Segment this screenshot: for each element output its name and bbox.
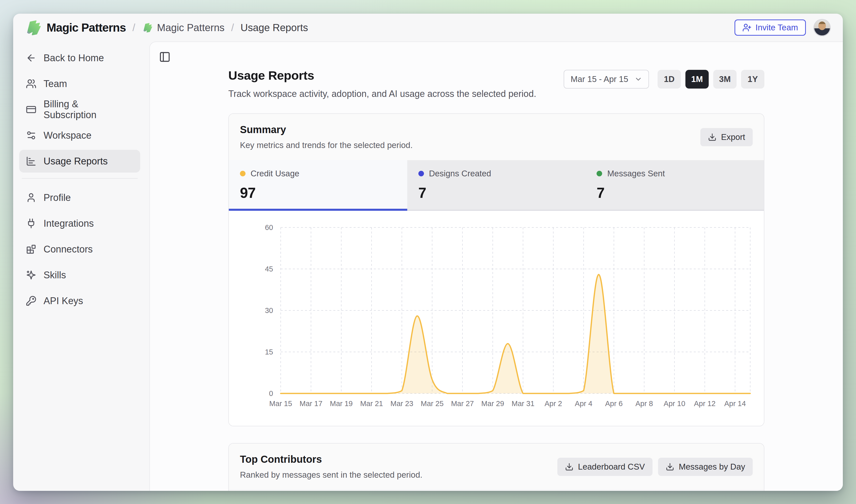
svg-text:Mar 31: Mar 31 — [512, 399, 534, 408]
sidebar-item-label: Billing & Subscription — [43, 99, 133, 121]
sidebar-item-integrations[interactable]: Integrations — [19, 212, 140, 235]
invite-team-label: Invite Team — [755, 23, 798, 32]
sidebar-item-team[interactable]: Team — [19, 72, 140, 95]
export-label: Export — [721, 132, 745, 142]
leaderboard-csv-button[interactable]: Leaderboard CSV — [557, 458, 653, 476]
chevron-down-icon — [634, 75, 642, 83]
summary-subtitle: Key metrics and trends for the selected … — [240, 140, 413, 150]
sidebar-item-label: Integrations — [43, 218, 94, 229]
svg-text:Mar 23: Mar 23 — [391, 399, 413, 408]
sidebar-item-api-keys[interactable]: API Keys — [19, 289, 140, 312]
svg-text:Apr 14: Apr 14 — [724, 399, 746, 408]
arrow-left-icon — [26, 53, 36, 63]
metric-tab-credit-usage[interactable]: Credit Usage 97 — [229, 160, 407, 211]
export-button[interactable]: Export — [700, 128, 753, 146]
tab-underline — [407, 210, 586, 211]
breadcrumb: Magic Patterns / Magic Patterns / Usage … — [24, 19, 308, 36]
svg-text:Mar 19: Mar 19 — [330, 399, 353, 408]
download-icon — [666, 463, 674, 471]
credit-card-icon — [26, 104, 36, 115]
range-button-1d[interactable]: 1D — [658, 70, 681, 89]
sidebar-item-label: API Keys — [43, 295, 83, 306]
page-content: Usage Reports Track workspace activity, … — [228, 42, 764, 491]
sidebar-toggle-button[interactable] — [159, 51, 171, 64]
main-panel: Usage Reports Track workspace activity, … — [149, 41, 843, 491]
invite-team-button[interactable]: Invite Team — [734, 19, 806, 36]
contributors-table-header: Member Messages Sent Credit Usage Design… — [229, 490, 764, 491]
metric-label: Designs Created — [429, 169, 491, 178]
page-title: Usage Reports — [228, 68, 536, 83]
topbar-actions: Invite Team — [734, 19, 831, 36]
sidebar-item-usage-reports[interactable]: Usage Reports — [19, 150, 140, 173]
sidebar-item-label: Skills — [43, 270, 66, 281]
user-avatar[interactable] — [814, 19, 831, 36]
sidebar-item-billing[interactable]: Billing & Subscription — [19, 98, 140, 121]
sparkles-icon — [26, 270, 36, 280]
metric-tab-messages-sent[interactable]: Messages Sent 7 — [585, 160, 764, 211]
user-icon — [26, 192, 36, 203]
sidebar-item-skills[interactable]: Skills — [19, 264, 140, 286]
magic-patterns-logo-icon — [24, 19, 41, 36]
metric-value: 97 — [240, 185, 255, 201]
svg-text:Apr 6: Apr 6 — [605, 399, 623, 408]
svg-text:Apr 12: Apr 12 — [694, 399, 715, 408]
svg-text:Apr 10: Apr 10 — [664, 399, 685, 408]
range-button-1m[interactable]: 1M — [685, 70, 709, 89]
metric-label: Messages Sent — [607, 169, 665, 178]
svg-text:Mar 29: Mar 29 — [481, 399, 504, 408]
sidebar: Back to Home Team Billing & Subscription… — [13, 41, 149, 491]
contributors-card-header: Top Contributors Ranked by messages sent… — [229, 444, 764, 490]
sidebar-item-label: Usage Reports — [43, 156, 108, 167]
range-button-3m[interactable]: 3M — [713, 70, 736, 89]
key-icon — [26, 295, 36, 306]
top-contributors-card: Top Contributors Ranked by messages sent… — [228, 443, 764, 491]
svg-text:Mar 15: Mar 15 — [269, 399, 292, 408]
breadcrumb-workspace-label: Magic Patterns — [157, 22, 225, 33]
credit-usage-dot — [240, 171, 246, 176]
sidebar-item-profile[interactable]: Profile — [19, 186, 140, 209]
svg-text:0: 0 — [269, 390, 273, 397]
bar-chart-icon — [26, 156, 36, 166]
sliders-icon — [26, 130, 36, 141]
leaderboard-csv-label: Leaderboard CSV — [578, 462, 645, 472]
metric-value: 7 — [418, 185, 426, 201]
breadcrumb-workspace[interactable]: Magic Patterns — [142, 22, 225, 33]
summary-card: Summary Key metrics and trends for the s… — [228, 113, 764, 426]
messages-by-day-button[interactable]: Messages by Day — [658, 458, 753, 476]
sidebar-item-label: Team — [43, 78, 67, 89]
sidebar-item-workspace[interactable]: Workspace — [19, 124, 140, 147]
blocks-icon — [26, 244, 36, 254]
tab-underline — [585, 210, 764, 211]
contributors-subtitle: Ranked by messages sent in the selected … — [240, 470, 423, 480]
sidebar-item-label: Back to Home — [43, 53, 104, 64]
breadcrumb-separator: / — [132, 22, 135, 33]
svg-text:Mar 25: Mar 25 — [421, 399, 443, 408]
messages-sent-dot — [596, 171, 602, 176]
breadcrumb-separator: / — [231, 22, 234, 33]
sidebar-item-connectors[interactable]: Connectors — [19, 238, 140, 260]
user-plus-icon — [742, 23, 751, 32]
svg-text:Apr 2: Apr 2 — [545, 399, 562, 408]
active-tab-underline — [229, 209, 407, 211]
metric-tabs: Credit Usage 97 Designs Created 7 Messag… — [229, 160, 764, 211]
logo-wordmark: Magic Patterns — [47, 21, 126, 34]
designs-created-dot — [418, 171, 424, 176]
breadcrumb-page[interactable]: Usage Reports — [240, 22, 308, 33]
page-header: Usage Reports Track workspace activity, … — [228, 68, 764, 99]
magic-patterns-logo[interactable]: Magic Patterns — [24, 19, 126, 36]
sidebar-item-label: Profile — [43, 192, 71, 203]
messages-by-day-label: Messages by Day — [679, 462, 745, 472]
date-range-select[interactable]: Mar 15 - Apr 15 — [564, 70, 649, 89]
plug-icon — [26, 218, 36, 229]
sidebar-item-back-to-home[interactable]: Back to Home — [19, 47, 140, 69]
svg-text:45: 45 — [265, 265, 273, 273]
range-button-1y[interactable]: 1Y — [741, 70, 764, 89]
usage-chart-area: 015304560Mar 15Mar 17Mar 19Mar 21Mar 23M… — [229, 211, 764, 426]
date-range-value: Mar 15 - Apr 15 — [571, 74, 628, 84]
svg-text:15: 15 — [265, 348, 273, 356]
svg-text:Apr 8: Apr 8 — [635, 399, 653, 408]
metric-tab-designs-created[interactable]: Designs Created 7 — [407, 160, 586, 211]
svg-text:Mar 21: Mar 21 — [360, 399, 383, 408]
app-window: Magic Patterns / Magic Patterns / Usage … — [13, 14, 843, 491]
report-controls: Mar 15 - Apr 15 1D 1M 3M 1Y — [564, 70, 764, 89]
